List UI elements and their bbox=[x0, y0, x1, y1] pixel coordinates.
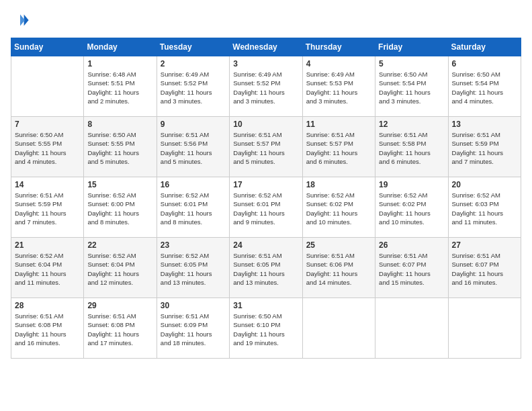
calendar-cell: 24Sunrise: 6:51 AMSunset: 6:05 PMDayligh… bbox=[230, 238, 302, 298]
day-number: 31 bbox=[233, 301, 298, 310]
day-number: 19 bbox=[379, 180, 444, 189]
calendar-cell bbox=[11, 56, 84, 117]
calendar-cell: 4Sunrise: 6:49 AMSunset: 5:53 PMDaylight… bbox=[302, 56, 375, 117]
calendar-cell: 13Sunrise: 6:51 AMSunset: 5:59 PMDayligh… bbox=[448, 117, 521, 177]
day-number: 7 bbox=[15, 120, 80, 129]
header-cell-friday: Friday bbox=[375, 38, 448, 56]
day-info: Sunrise: 6:51 AMSunset: 5:57 PMDaylight:… bbox=[306, 130, 371, 166]
day-number: 8 bbox=[87, 120, 152, 129]
calendar-body: 1Sunrise: 6:48 AMSunset: 5:51 PMDaylight… bbox=[11, 56, 521, 359]
day-info: Sunrise: 6:49 AMSunset: 5:52 PMDaylight:… bbox=[233, 70, 298, 105]
day-info: Sunrise: 6:50 AMSunset: 5:54 PMDaylight:… bbox=[379, 70, 444, 105]
calendar-cell: 12Sunrise: 6:51 AMSunset: 5:58 PMDayligh… bbox=[375, 117, 448, 177]
header-cell-thursday: Thursday bbox=[302, 38, 375, 56]
day-number: 9 bbox=[161, 120, 226, 129]
day-number: 6 bbox=[452, 59, 517, 68]
day-info: Sunrise: 6:49 AMSunset: 5:53 PMDaylight:… bbox=[306, 70, 371, 105]
calendar-cell: 23Sunrise: 6:52 AMSunset: 6:05 PMDayligh… bbox=[157, 238, 229, 298]
day-number: 21 bbox=[15, 240, 80, 250]
calendar-cell bbox=[448, 298, 521, 359]
day-info: Sunrise: 6:52 AMSunset: 6:01 PMDaylight:… bbox=[233, 191, 298, 226]
calendar-cell: 20Sunrise: 6:52 AMSunset: 6:03 PMDayligh… bbox=[448, 177, 521, 238]
day-info: Sunrise: 6:50 AMSunset: 5:55 PMDaylight:… bbox=[15, 130, 80, 166]
day-number: 14 bbox=[15, 180, 80, 189]
week-row-2: 7Sunrise: 6:50 AMSunset: 5:55 PMDaylight… bbox=[11, 117, 521, 177]
header-row: SundayMondayTuesdayWednesdayThursdayFrid… bbox=[11, 38, 521, 56]
calendar-cell: 25Sunrise: 6:51 AMSunset: 6:06 PMDayligh… bbox=[302, 238, 375, 298]
day-info: Sunrise: 6:52 AMSunset: 6:03 PMDaylight:… bbox=[452, 191, 517, 226]
day-info: Sunrise: 6:48 AMSunset: 5:51 PMDaylight:… bbox=[87, 70, 152, 105]
week-row-1: 1Sunrise: 6:48 AMSunset: 5:51 PMDaylight… bbox=[11, 56, 521, 117]
day-number: 18 bbox=[306, 180, 371, 189]
day-info: Sunrise: 6:50 AMSunset: 6:10 PMDaylight:… bbox=[233, 312, 298, 347]
day-info: Sunrise: 6:51 AMSunset: 6:09 PMDaylight:… bbox=[161, 312, 226, 347]
day-info: Sunrise: 6:51 AMSunset: 6:06 PMDaylight:… bbox=[306, 251, 371, 287]
calendar-cell: 14Sunrise: 6:51 AMSunset: 5:59 PMDayligh… bbox=[11, 177, 84, 238]
header-cell-monday: Monday bbox=[84, 38, 157, 56]
calendar-cell: 2Sunrise: 6:49 AMSunset: 5:52 PMDaylight… bbox=[157, 56, 229, 117]
calendar-cell: 19Sunrise: 6:52 AMSunset: 6:02 PMDayligh… bbox=[375, 177, 448, 238]
day-info: Sunrise: 6:49 AMSunset: 5:52 PMDaylight:… bbox=[161, 70, 226, 105]
calendar-cell: 28Sunrise: 6:51 AMSunset: 6:08 PMDayligh… bbox=[11, 298, 84, 359]
day-number: 4 bbox=[306, 59, 371, 68]
header-cell-sunday: Sunday bbox=[11, 38, 84, 56]
day-number: 30 bbox=[161, 301, 226, 310]
day-number: 29 bbox=[87, 301, 152, 310]
day-info: Sunrise: 6:52 AMSunset: 6:02 PMDaylight:… bbox=[306, 191, 371, 226]
day-info: Sunrise: 6:51 AMSunset: 6:05 PMDaylight:… bbox=[233, 251, 298, 287]
day-info: Sunrise: 6:51 AMSunset: 6:08 PMDaylight:… bbox=[87, 312, 152, 347]
day-info: Sunrise: 6:51 AMSunset: 6:07 PMDaylight:… bbox=[379, 251, 444, 287]
header-cell-tuesday: Tuesday bbox=[157, 38, 229, 56]
calendar-cell: 11Sunrise: 6:51 AMSunset: 5:57 PMDayligh… bbox=[302, 117, 375, 177]
header-cell-saturday: Saturday bbox=[448, 38, 521, 56]
day-info: Sunrise: 6:51 AMSunset: 5:56 PMDaylight:… bbox=[161, 130, 226, 166]
calendar-cell: 5Sunrise: 6:50 AMSunset: 5:54 PMDaylight… bbox=[375, 56, 448, 117]
day-number: 24 bbox=[233, 240, 298, 250]
day-number: 26 bbox=[379, 240, 444, 250]
calendar-cell bbox=[302, 298, 375, 359]
calendar-cell: 30Sunrise: 6:51 AMSunset: 6:09 PMDayligh… bbox=[157, 298, 229, 359]
day-info: Sunrise: 6:51 AMSunset: 6:07 PMDaylight:… bbox=[452, 251, 517, 287]
day-number: 17 bbox=[233, 180, 298, 189]
day-number: 13 bbox=[452, 120, 517, 129]
day-number: 1 bbox=[87, 59, 152, 68]
calendar-cell: 29Sunrise: 6:51 AMSunset: 6:08 PMDayligh… bbox=[84, 298, 157, 359]
calendar-cell: 26Sunrise: 6:51 AMSunset: 6:07 PMDayligh… bbox=[375, 238, 448, 298]
calendar-cell: 8Sunrise: 6:50 AMSunset: 5:55 PMDaylight… bbox=[84, 117, 157, 177]
day-info: Sunrise: 6:52 AMSunset: 6:00 PMDaylight:… bbox=[87, 191, 152, 226]
day-number: 16 bbox=[161, 180, 226, 189]
calendar-cell: 21Sunrise: 6:52 AMSunset: 6:04 PMDayligh… bbox=[11, 238, 84, 298]
day-number: 10 bbox=[233, 120, 298, 129]
calendar-cell: 9Sunrise: 6:51 AMSunset: 5:56 PMDaylight… bbox=[157, 117, 229, 177]
day-number: 20 bbox=[452, 180, 517, 189]
logo-icon bbox=[11, 11, 30, 30]
header-cell-wednesday: Wednesday bbox=[230, 38, 302, 56]
calendar-cell: 27Sunrise: 6:51 AMSunset: 6:07 PMDayligh… bbox=[448, 238, 521, 298]
calendar-cell: 17Sunrise: 6:52 AMSunset: 6:01 PMDayligh… bbox=[230, 177, 302, 238]
day-number: 25 bbox=[306, 240, 371, 250]
logo bbox=[11, 11, 31, 30]
day-number: 12 bbox=[379, 120, 444, 129]
calendar-cell: 22Sunrise: 6:52 AMSunset: 6:04 PMDayligh… bbox=[84, 238, 157, 298]
day-number: 27 bbox=[452, 240, 517, 250]
day-number: 3 bbox=[233, 59, 298, 68]
week-row-5: 28Sunrise: 6:51 AMSunset: 6:08 PMDayligh… bbox=[11, 298, 521, 359]
day-number: 2 bbox=[161, 59, 226, 68]
page-header bbox=[11, 11, 521, 30]
day-number: 15 bbox=[87, 180, 152, 189]
day-info: Sunrise: 6:50 AMSunset: 5:54 PMDaylight:… bbox=[452, 70, 517, 105]
calendar-table: SundayMondayTuesdayWednesdayThursdayFrid… bbox=[11, 38, 521, 359]
day-info: Sunrise: 6:50 AMSunset: 5:55 PMDaylight:… bbox=[87, 130, 152, 166]
calendar-cell: 18Sunrise: 6:52 AMSunset: 6:02 PMDayligh… bbox=[302, 177, 375, 238]
day-number: 5 bbox=[379, 59, 444, 68]
day-info: Sunrise: 6:52 AMSunset: 6:02 PMDaylight:… bbox=[379, 191, 444, 226]
day-number: 23 bbox=[161, 240, 226, 250]
day-info: Sunrise: 6:51 AMSunset: 5:57 PMDaylight:… bbox=[233, 130, 298, 166]
day-number: 28 bbox=[15, 301, 80, 310]
calendar-cell: 16Sunrise: 6:52 AMSunset: 6:01 PMDayligh… bbox=[157, 177, 229, 238]
day-info: Sunrise: 6:51 AMSunset: 6:08 PMDaylight:… bbox=[15, 312, 80, 347]
week-row-4: 21Sunrise: 6:52 AMSunset: 6:04 PMDayligh… bbox=[11, 238, 521, 298]
day-info: Sunrise: 6:51 AMSunset: 5:59 PMDaylight:… bbox=[452, 130, 517, 166]
day-info: Sunrise: 6:52 AMSunset: 6:04 PMDaylight:… bbox=[15, 251, 80, 287]
day-number: 22 bbox=[87, 240, 152, 250]
